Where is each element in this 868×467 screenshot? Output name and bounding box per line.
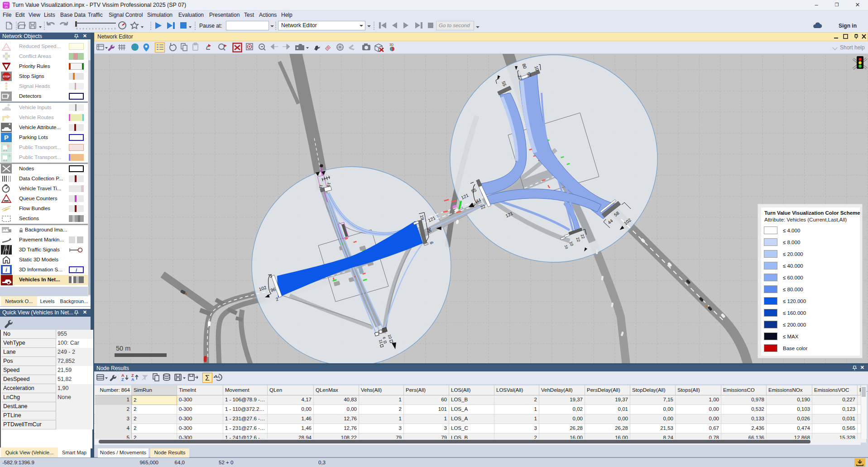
- svg-text:Σ: Σ: [205, 374, 210, 382]
- svg-text:P: P: [4, 134, 9, 141]
- svg-text:STOP: STOP: [3, 75, 10, 78]
- svg-text:A: A: [5, 247, 8, 252]
- svg-text:3D: 3D: [389, 43, 393, 46]
- svg-text:Z: Z: [121, 377, 124, 382]
- svg-text:*: *: [9, 123, 11, 128]
- svg-text:A: A: [131, 377, 134, 382]
- svg-text:50 m: 50 m: [116, 345, 130, 352]
